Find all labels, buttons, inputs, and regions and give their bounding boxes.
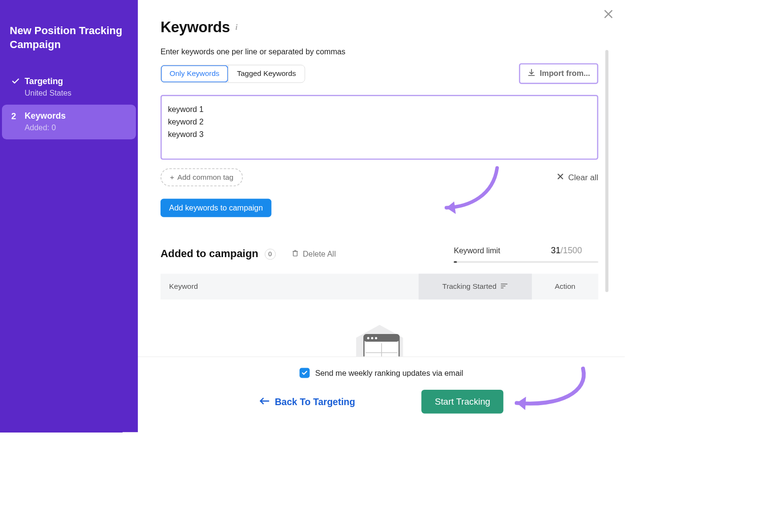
annotation-arrow xyxy=(493,365,591,416)
import-from-button[interactable]: Import from... xyxy=(519,63,598,84)
back-label: Back To Targeting xyxy=(275,396,355,407)
svg-rect-7 xyxy=(501,287,503,288)
step-title: Keywords xyxy=(25,111,65,121)
svg-marker-18 xyxy=(517,397,526,410)
limit-label: Keyword limit xyxy=(454,246,500,255)
page-title: Keywords xyxy=(161,19,230,36)
campaign-title: New Position Tracking Campaign xyxy=(2,24,136,70)
close-icon xyxy=(557,173,564,182)
scrollbar[interactable] xyxy=(605,50,608,292)
svg-rect-4 xyxy=(293,251,297,256)
add-tag-label: Add common tag xyxy=(177,173,234,182)
add-common-tag-button[interactable]: + Add common tag xyxy=(161,168,243,186)
info-icon[interactable]: i xyxy=(236,23,238,32)
svg-point-11 xyxy=(367,337,369,339)
trash-icon xyxy=(291,249,299,260)
arrow-left-icon xyxy=(259,396,269,407)
col-action: Action xyxy=(532,274,598,300)
delete-all-label: Delete All xyxy=(303,249,336,259)
step-title: Targeting xyxy=(25,76,72,86)
svg-marker-16 xyxy=(447,201,456,214)
svg-rect-5 xyxy=(501,284,508,285)
sort-icon xyxy=(500,282,508,291)
limit-total: /1500 xyxy=(560,245,582,255)
clear-all-label: Clear all xyxy=(568,173,598,182)
keywords-textarea[interactable] xyxy=(162,97,596,157)
limit-progress-bar xyxy=(454,261,598,263)
step-keywords[interactable]: 2 Keywords Added: 0 xyxy=(2,105,136,139)
delete-all-button[interactable]: Delete All xyxy=(291,249,336,260)
check-icon xyxy=(12,76,25,88)
wizard-footer: Send me weekly ranking updates via email… xyxy=(138,357,625,433)
added-section-title: Added to campaign xyxy=(161,248,259,260)
svg-point-12 xyxy=(371,337,373,339)
instruction-text: Enter keywords one per line or separated… xyxy=(161,47,598,56)
only-keywords-tab[interactable]: Only Keywords xyxy=(161,65,228,82)
col-tracking-started[interactable]: Tracking Started xyxy=(419,274,532,300)
step-number: 2 xyxy=(12,111,25,122)
limit-used: 31 xyxy=(551,245,560,255)
plus-icon: + xyxy=(170,173,174,182)
svg-point-13 xyxy=(375,337,377,339)
keyword-limit: Keyword limit 31/1500 xyxy=(454,245,598,263)
wizard-sidebar: New Position Tracking Campaign Targeting… xyxy=(0,0,138,432)
import-label: Import from... xyxy=(540,69,590,78)
weekly-email-checkbox[interactable] xyxy=(299,368,310,378)
svg-rect-6 xyxy=(501,285,505,286)
start-tracking-button[interactable]: Start Tracking xyxy=(422,390,504,414)
weekly-email-label: Send me weekly ranking updates via email xyxy=(315,369,463,378)
step-subtitle: Added: 0 xyxy=(25,124,65,133)
col-keyword[interactable]: Keyword xyxy=(161,274,419,300)
clear-all-button[interactable]: Clear all xyxy=(557,173,598,182)
add-keywords-button[interactable]: Add keywords to campaign xyxy=(161,199,272,217)
close-icon[interactable] xyxy=(601,6,617,22)
added-count-badge: 0 xyxy=(264,248,275,260)
keyword-mode-toggle: Only Keywords Tagged Keywords xyxy=(161,64,305,82)
step-targeting[interactable]: Targeting United States xyxy=(2,70,136,104)
step-subtitle: United States xyxy=(25,88,72,98)
download-icon xyxy=(527,68,536,79)
keywords-table-header: Keyword Tracking Started Action xyxy=(161,274,598,300)
keywords-textarea-wrap xyxy=(161,95,598,160)
back-to-targeting-button[interactable]: Back To Targeting xyxy=(259,396,355,407)
tagged-keywords-tab[interactable]: Tagged Keywords xyxy=(228,65,304,82)
